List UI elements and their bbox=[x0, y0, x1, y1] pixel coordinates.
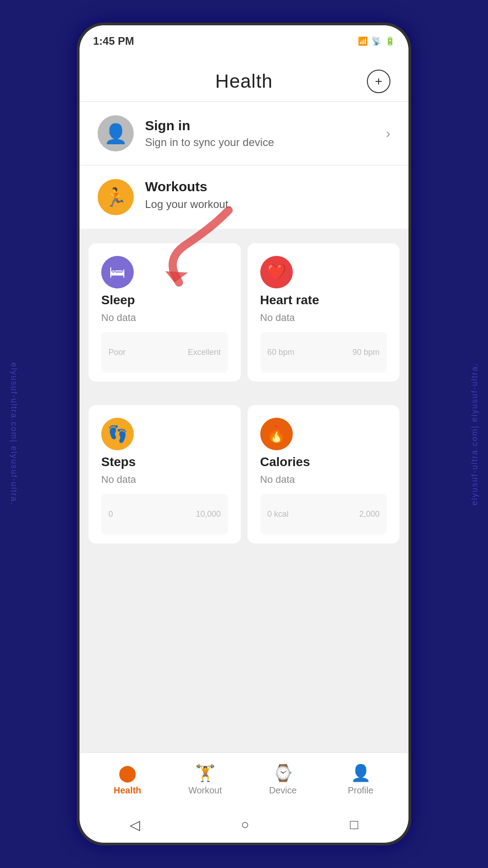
steps-subtitle: No data bbox=[101, 474, 228, 486]
sleep-icon-circle: 🛏 bbox=[101, 256, 134, 288]
nav-profile[interactable]: 👤 Profile bbox=[333, 764, 388, 796]
battery-icon: 🔋 bbox=[385, 36, 395, 46]
profile-nav-icon: 👤 bbox=[351, 764, 371, 783]
steps-card[interactable]: 👣 Steps No data 0 10,000 bbox=[89, 405, 241, 543]
signin-text: Sign in Sign in to sync your device bbox=[145, 118, 274, 149]
sleep-title: Sleep bbox=[101, 293, 228, 307]
workout-nav-label: Workout bbox=[188, 785, 222, 796]
back-button[interactable]: ◁ bbox=[130, 817, 140, 833]
device-nav-label: Device bbox=[269, 785, 296, 796]
heart-rate-card[interactable]: ❤️ Heart rate No data 60 bpm 90 bpm bbox=[248, 243, 400, 382]
steps-icon-row: 👣 bbox=[101, 418, 228, 450]
chevron-right-icon: › bbox=[386, 126, 390, 141]
nav-health[interactable]: ⬤ Health bbox=[100, 764, 155, 796]
workouts-text: Workouts Log your workout. bbox=[145, 179, 231, 211]
phone-frame: 1:45 PM 📶 📡 🔋 Health + 👤 bbox=[77, 23, 411, 845]
steps-chart-left: 0 bbox=[108, 509, 113, 519]
system-nav: ◁ ○ □ bbox=[80, 807, 408, 843]
metrics-grid-row1: 🛏 Sleep No data Poor Excellent ❤️ bbox=[80, 234, 408, 396]
nav-device[interactable]: ⌚ Device bbox=[256, 764, 310, 796]
workouts-icon: 🏃 bbox=[104, 187, 127, 208]
heart-rate-chart: 60 bpm 90 bpm bbox=[260, 332, 387, 373]
workouts-title: Workouts bbox=[145, 179, 231, 194]
watermark-right: elyusuf-ultra.com| elyusuf-ultra. bbox=[461, 0, 488, 868]
sleep-chart: Poor Excellent bbox=[101, 332, 228, 373]
metrics-grid-row2: 👣 Steps No data 0 10,000 🔥 bbox=[80, 396, 408, 558]
sleep-card[interactable]: 🛏 Sleep No data Poor Excellent bbox=[89, 243, 241, 382]
heart-rate-chart-right: 90 bpm bbox=[352, 348, 380, 357]
status-icons: 📶 📡 🔋 bbox=[358, 36, 395, 46]
heart-rate-chart-left: 60 bpm bbox=[267, 348, 295, 357]
watermark-left: elyusuf-ultra.com| elyusuf-ultra. bbox=[0, 0, 27, 868]
signin-title: Sign in bbox=[145, 118, 274, 133]
workouts-section[interactable]: 🏃 Workouts Log your workout. bbox=[80, 165, 408, 234]
add-button[interactable]: + bbox=[367, 70, 390, 93]
calories-chart-right: 2,000 bbox=[359, 509, 380, 519]
calories-icon-circle: 🔥 bbox=[260, 418, 293, 450]
calories-chart-left: 0 kcal bbox=[267, 509, 289, 519]
steps-chart: 0 10,000 bbox=[101, 494, 228, 534]
heart-rate-icon-row: ❤️ bbox=[260, 256, 387, 288]
calories-title: Calories bbox=[260, 455, 387, 469]
workouts-icon-circle: 🏃 bbox=[98, 179, 134, 215]
sleep-icon-row: 🛏 bbox=[101, 256, 228, 288]
sleep-chart-right: Excellent bbox=[188, 348, 221, 357]
calories-card[interactable]: 🔥 Calories No data 0 kcal 2,000 bbox=[248, 405, 400, 543]
heart-rate-title: Heart rate bbox=[260, 293, 387, 307]
steps-chart-right: 10,000 bbox=[196, 509, 221, 519]
bottom-nav: ⬤ Health 🏋 Workout ⌚ Device 👤 Profile bbox=[80, 752, 408, 807]
app-content: Health + 👤 Sign in Sign in to sync your … bbox=[80, 57, 408, 752]
health-nav-label: Health bbox=[113, 785, 141, 796]
steps-title: Steps bbox=[101, 455, 228, 469]
profile-nav-label: Profile bbox=[348, 785, 374, 796]
health-nav-icon: ⬤ bbox=[118, 764, 136, 783]
calories-icon: 🔥 bbox=[266, 425, 286, 443]
nav-workout[interactable]: 🏋 Workout bbox=[178, 764, 232, 796]
calories-icon-row: 🔥 bbox=[260, 418, 387, 450]
phone-screen: 1:45 PM 📶 📡 🔋 Health + 👤 bbox=[80, 25, 408, 843]
wifi-icon: 📶 bbox=[358, 36, 368, 46]
recent-button[interactable]: □ bbox=[350, 817, 358, 832]
avatar: 👤 bbox=[98, 115, 134, 151]
steps-icon-circle: 👣 bbox=[101, 418, 134, 450]
sleep-subtitle: No data bbox=[101, 312, 228, 324]
home-button[interactable]: ○ bbox=[241, 817, 249, 832]
heart-rate-icon: ❤️ bbox=[266, 263, 286, 282]
workout-nav-icon: 🏋 bbox=[195, 764, 216, 783]
signal-icon: 📡 bbox=[371, 36, 381, 46]
heart-rate-subtitle: No data bbox=[260, 312, 387, 324]
sleep-chart-left: Poor bbox=[108, 348, 126, 357]
status-time: 1:45 PM bbox=[93, 35, 134, 47]
heart-rate-icon-circle: ❤️ bbox=[260, 256, 293, 288]
calories-chart: 0 kcal 2,000 bbox=[260, 494, 387, 534]
avatar-icon: 👤 bbox=[104, 123, 127, 145]
calories-subtitle: No data bbox=[260, 474, 387, 486]
signin-subtitle: Sign in to sync your device bbox=[145, 136, 274, 149]
page-title: Health bbox=[215, 71, 272, 92]
sleep-icon: 🛏 bbox=[109, 263, 126, 282]
device-nav-icon: ⌚ bbox=[273, 764, 293, 783]
signin-section[interactable]: 👤 Sign in Sign in to sync your device › bbox=[80, 102, 408, 165]
app-header: Health + bbox=[80, 57, 408, 102]
steps-icon: 👣 bbox=[108, 425, 128, 443]
plus-icon: + bbox=[375, 74, 382, 89]
workouts-subtitle: Log your workout. bbox=[145, 198, 231, 211]
status-bar: 1:45 PM 📶 📡 🔋 bbox=[80, 25, 408, 57]
